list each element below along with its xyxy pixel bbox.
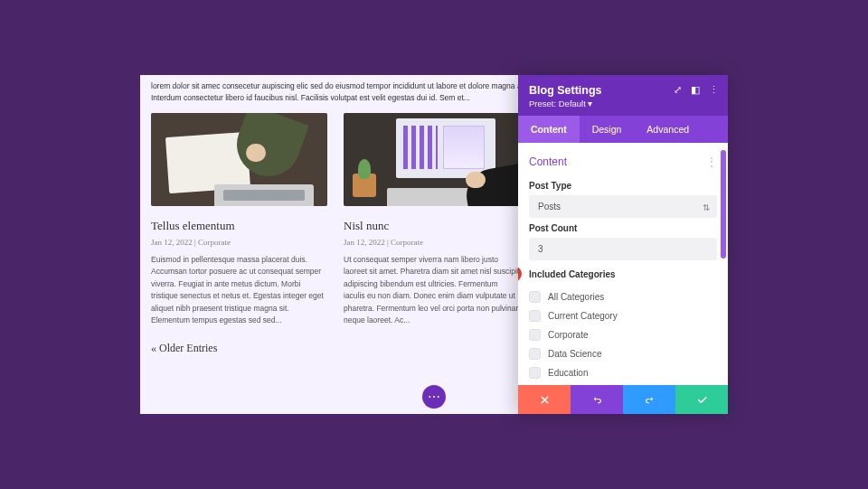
blog-card: Nisl nunc Jan 12, 2022 | Corporate Ut co… [344,113,520,328]
category-item[interactable]: Current Category [529,306,717,325]
settings-panel: Blog Settings Preset: Default ▾ ⤢ ◧ ⋮ Co… [518,75,728,414]
checkbox[interactable] [529,348,541,360]
category-item[interactable]: Fashion Design [529,382,717,385]
blog-card: Tellus elementum Jan 12, 2022 | Corporat… [151,113,327,328]
category-item[interactable]: Corporate [529,325,717,344]
tab-design[interactable]: Design [580,116,635,143]
category-label: Current Category [548,311,618,321]
scrollbar[interactable] [721,150,726,383]
panel-footer [518,385,728,414]
annotation-badge: 1 [518,266,522,282]
post-type-select[interactable]: Posts ⇅ [529,195,717,218]
category-label: Education [548,368,588,378]
redo-icon [644,394,656,406]
check-icon [696,394,708,406]
panel-header: Blog Settings Preset: Default ▾ ⤢ ◧ ⋮ [518,75,728,116]
tab-advanced[interactable]: Advanced [634,116,702,143]
post-type-label: Post Type [529,181,717,191]
categories-label: Included Categories [529,269,616,279]
card-thumbnail[interactable] [344,113,520,206]
checkbox[interactable] [529,310,541,322]
category-item[interactable]: Education [529,363,717,382]
card-title[interactable]: Nisl nunc [344,219,520,233]
close-icon [539,394,551,406]
category-item[interactable]: Data Science [529,344,717,363]
cancel-button[interactable] [518,385,571,414]
card-thumbnail[interactable] [151,113,327,206]
apply-button[interactable] [675,385,728,414]
card-excerpt: Ut consequat semper viverra nam libero j… [344,254,520,328]
updown-icon: ⇅ [703,202,710,212]
panel-tabs: Content Design Advanced [518,116,728,143]
more-icon[interactable]: ⋮ [709,84,719,96]
checkbox[interactable] [529,291,541,303]
more-icon[interactable]: ⋮ [706,155,717,168]
ellipsis-icon: ⋯ [428,390,441,404]
category-label: Corporate [548,330,588,340]
category-item[interactable]: All Categories [529,287,717,306]
section-header[interactable]: Content ⋮ [529,152,717,175]
panel-preset[interactable]: Preset: Default ▾ [529,99,717,108]
category-list: All CategoriesCurrent CategoryCorporateD… [529,287,717,385]
checkbox[interactable] [529,367,541,379]
checkbox[interactable] [529,329,541,341]
card-meta: Jan 12, 2022 | Corporate [344,238,520,247]
card-title[interactable]: Tellus elementum [151,219,327,233]
redo-button[interactable] [623,385,675,414]
post-count-input[interactable]: 3 [529,238,717,260]
tab-content[interactable]: Content [518,116,580,143]
category-label: All Categories [548,292,604,302]
module-options-fab[interactable]: ⋯ [422,385,446,409]
snap-icon[interactable]: ◧ [691,84,700,96]
undo-icon [591,394,603,406]
panel-body: Content ⋮ Post Type Posts ⇅ Post Count 3… [518,143,728,385]
card-meta: Jan 12, 2022 | Corporate [151,238,327,247]
category-label: Data Science [548,349,601,359]
chevron-down-icon: ▾ [588,99,592,108]
undo-button[interactable] [571,385,623,414]
post-count-label: Post Count [529,223,717,233]
card-excerpt: Euismod in pellentesque massa placerat d… [151,254,327,328]
expand-icon[interactable]: ⤢ [674,84,682,96]
